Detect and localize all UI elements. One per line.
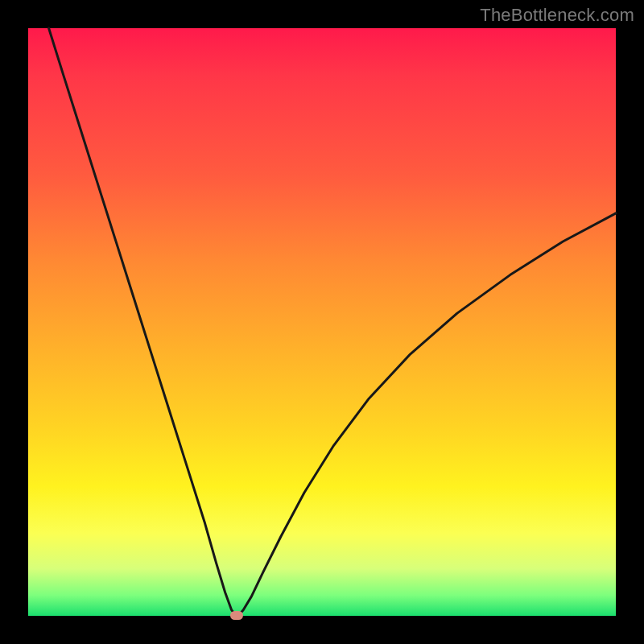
watermark-text: TheBottleneck.com: [480, 5, 634, 26]
optimal-point-marker: [230, 611, 243, 620]
bottleneck-curve: [28, 28, 616, 616]
chart-frame: TheBottleneck.com: [0, 0, 644, 644]
plot-area: [28, 28, 616, 616]
